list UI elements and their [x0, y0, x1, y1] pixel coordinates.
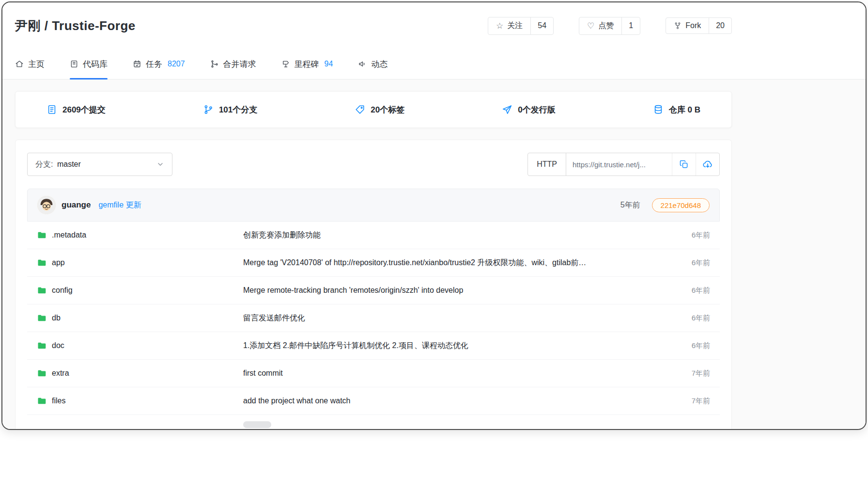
- tab-milestones[interactable]: 里程碑 94: [281, 49, 333, 79]
- file-commit-message-link[interactable]: Merge tag 'V20140708' of http://reposito…: [243, 258, 676, 268]
- praise-button[interactable]: ♡ 点赞 1: [579, 17, 640, 35]
- heart-icon: ♡: [587, 22, 594, 30]
- latest-commit-bar: guange gemfile 更新 5年前 221e70d648: [27, 189, 720, 222]
- file-row: config Merge remote-tracking branch 'rem…: [27, 277, 720, 304]
- commit-message-link[interactable]: gemfile 更新: [98, 200, 141, 210]
- stat-tags[interactable]: 20个标签: [355, 104, 404, 115]
- activity-icon: [358, 60, 367, 68]
- protocol-toggle[interactable]: HTTP: [528, 153, 566, 175]
- file-row: extra first commit 7年前: [27, 360, 720, 387]
- tab-label: 合并请求: [223, 59, 256, 70]
- stat-commits[interactable]: 2609个提交: [46, 104, 106, 115]
- file-commit-message-link[interactable]: 1.添加文档 2.邮件中缺陷序号计算机制优化 2.项目、课程动态优化: [243, 341, 676, 351]
- tab-activity[interactable]: 动态: [358, 49, 388, 79]
- branch-icon: [203, 104, 214, 115]
- issues-count-badge: 8207: [168, 60, 185, 68]
- praise-label: 点赞: [598, 21, 614, 31]
- file-name-link[interactable]: app: [52, 258, 65, 267]
- partial-row-placeholder: [243, 421, 271, 428]
- chevron-down-icon: [156, 160, 164, 168]
- task-icon: [133, 60, 141, 68]
- avatar[interactable]: [37, 196, 56, 214]
- file-row: app Merge tag 'V20140708' of http://repo…: [27, 249, 720, 277]
- tab-issues[interactable]: 任务 8207: [133, 49, 185, 79]
- file-name-link[interactable]: extra: [52, 369, 69, 378]
- tab-home[interactable]: 主页: [15, 49, 45, 79]
- commits-icon: [46, 104, 57, 115]
- avatar-image: [37, 196, 56, 214]
- file-row: db 留言发送邮件优化 6年前: [27, 304, 720, 332]
- fork-count[interactable]: 20: [709, 18, 731, 33]
- fork-label: Fork: [685, 21, 701, 30]
- folder-icon: [37, 313, 46, 323]
- file-row-partial: [27, 415, 720, 430]
- file-row: doc 1.添加文档 2.邮件中缺陷序号计算机制优化 2.项目、课程动态优化 6…: [27, 332, 720, 360]
- commit-hash-badge[interactable]: 221e70d648: [652, 198, 710, 212]
- fork-button[interactable]: Fork 20: [666, 17, 732, 34]
- file-commit-time: 7年前: [676, 369, 710, 378]
- tab-code[interactable]: 代码库: [70, 49, 108, 79]
- tag-icon: [355, 104, 365, 115]
- file-name-link[interactable]: doc: [52, 341, 64, 350]
- file-commit-time: 7年前: [676, 397, 710, 406]
- repo-toolbar: 分支: master HTTP https://git.trustie.net/…: [27, 153, 720, 176]
- branch-selector[interactable]: 分支: master: [27, 153, 172, 176]
- file-commit-time: 6年前: [676, 314, 710, 323]
- file-name-link[interactable]: config: [52, 286, 73, 295]
- file-commit-message-link[interactable]: Merge remote-tracking branch 'remotes/or…: [243, 286, 676, 295]
- watch-label: 关注: [507, 21, 523, 31]
- file-name-link[interactable]: db: [52, 314, 61, 322]
- file-commit-message-link[interactable]: 创新竞赛添加删除功能: [243, 230, 676, 240]
- watch-button[interactable]: ☆ 关注 54: [488, 17, 554, 35]
- commit-author[interactable]: guange: [62, 200, 91, 210]
- file-list: .metadata 创新竞赛添加删除功能 6年前 app Merge tag '…: [27, 222, 720, 415]
- fork-icon: [674, 22, 682, 30]
- page-title: 尹刚 / Trustie-Forge: [15, 17, 136, 34]
- folder-icon: [37, 230, 46, 240]
- release-icon: [502, 104, 512, 115]
- file-commit-time: 6年前: [676, 231, 710, 240]
- stat-label: 2609个提交: [62, 104, 106, 115]
- tab-label: 里程碑: [294, 59, 319, 70]
- folder-icon: [37, 286, 46, 295]
- repo-header: 尹刚 / Trustie-Forge ☆ 关注 54 ♡ 点赞 1: [2, 2, 866, 49]
- stat-releases[interactable]: 0个发行版: [502, 104, 555, 115]
- stat-label: 20个标签: [371, 104, 404, 115]
- copy-icon: [679, 159, 689, 169]
- file-commit-time: 6年前: [676, 258, 710, 268]
- branch-value: master: [57, 160, 81, 168]
- folder-icon: [37, 258, 46, 268]
- file-commit-message-link[interactable]: 留言发送邮件优化: [243, 313, 676, 323]
- database-icon: [653, 104, 664, 115]
- download-button[interactable]: [696, 153, 719, 175]
- file-commit-time: 6年前: [676, 341, 710, 350]
- app-window: 尹刚 / Trustie-Forge ☆ 关注 54 ♡ 点赞 1: [1, 1, 867, 430]
- milestones-count-badge: 94: [325, 60, 333, 68]
- stat-repo-size[interactable]: 仓库 0 B: [653, 104, 700, 115]
- milestone-icon: [281, 60, 290, 68]
- copy-button[interactable]: [672, 153, 696, 175]
- file-commit-message-link[interactable]: add the project what one watch: [243, 397, 676, 405]
- repo-files-card: 分支: master HTTP https://git.trustie.net/…: [15, 140, 732, 430]
- cloud-download-icon: [702, 159, 713, 170]
- tab-label: 动态: [371, 59, 388, 70]
- file-row: files add the project what one watch 7年前: [27, 387, 720, 415]
- tab-label: 主页: [28, 59, 45, 70]
- stat-branches[interactable]: 101个分支: [203, 104, 257, 115]
- folder-icon: [37, 341, 46, 350]
- clone-url-group: HTTP https://git.trustie.net/j...: [527, 153, 720, 176]
- merge-icon: [210, 60, 219, 68]
- stat-label: 0个发行版: [518, 104, 555, 115]
- stat-label: 101个分支: [219, 104, 257, 115]
- file-commit-time: 6年前: [676, 286, 710, 295]
- file-commit-message-link[interactable]: first commit: [243, 369, 676, 378]
- tab-pull-requests[interactable]: 合并请求: [210, 49, 256, 79]
- watch-count[interactable]: 54: [530, 17, 553, 34]
- clone-url-input[interactable]: https://git.trustie.net/j...: [566, 153, 672, 175]
- repo-icon: [70, 60, 78, 68]
- file-name-link[interactable]: .metadata: [52, 231, 86, 239]
- file-name-link[interactable]: files: [52, 397, 65, 405]
- repo-tabs: 主页 代码库 任务 8207 合并请求: [2, 49, 866, 80]
- praise-count[interactable]: 1: [621, 17, 640, 34]
- folder-icon: [37, 396, 46, 406]
